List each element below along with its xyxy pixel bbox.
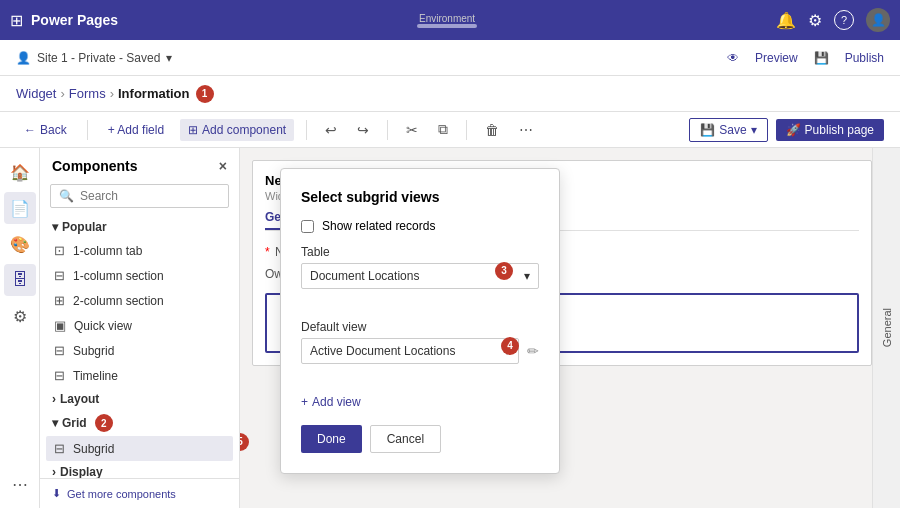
site-info: 👤 Site 1 - Private - Saved ▾ [16,51,172,65]
list-item-subgrid[interactable]: ⊟ Subgrid [46,436,233,461]
save-button[interactable]: 💾 Save ▾ [689,118,767,142]
sidebar-item-home[interactable]: 🏠 [4,156,36,188]
redo-button[interactable]: ↪ [351,118,375,142]
left-sidebar: 🏠 📄 🎨 🗄 ⚙ ⋯ [0,148,40,508]
section-grid[interactable]: ▾ Grid 2 [46,410,233,436]
undo-button[interactable]: ↩ [319,118,343,142]
done-button[interactable]: Done [301,425,362,453]
add-view-button[interactable]: + Add view [301,395,539,409]
add-component-icon: ⊞ [188,123,198,137]
section2-icon: ⊞ [54,293,65,308]
breadcrumb-widget[interactable]: Widget [16,86,56,101]
search-input[interactable] [80,189,220,203]
preview-button[interactable]: Preview [755,51,798,65]
toolbar-right: 💾 Save ▾ 🚀 Publish page [689,118,884,142]
get-more-components[interactable]: ⬇ Get more components [40,478,239,508]
cancel-button[interactable]: Cancel [370,425,441,453]
list-item[interactable]: ⊞ 2-column section [46,288,233,313]
sidebar-item-pages[interactable]: 📄 [4,192,36,224]
sidebar-item-data[interactable]: 🗄 [4,264,36,296]
section-display[interactable]: › Display [46,461,233,478]
select-dropdown-icon: ▾ [524,269,530,283]
breadcrumb-forms[interactable]: Forms [69,86,106,101]
sidebar-item-more[interactable]: ⋯ [4,468,36,500]
show-related-row: Show related records [301,219,539,233]
list-item[interactable]: ⊟ Subgrid [46,338,233,363]
section-popular[interactable]: ▾ Popular [46,216,233,238]
more-button[interactable]: ⋯ [513,118,539,142]
back-button[interactable]: ← Back [16,119,75,141]
top-actions: 👁 Preview 💾 Publish [727,51,884,65]
right-sidebar[interactable]: General [872,148,900,508]
help-icon[interactable]: ? [834,10,854,30]
main-layout: 🏠 📄 🎨 🗄 ⚙ ⋯ Components × 🔍 ▾ Popular ⊡ 1… [0,148,900,508]
list-item[interactable]: ▣ Quick view [46,313,233,338]
breadcrumb-sep-1: › [60,86,64,101]
badge-4: 4 [501,337,519,355]
copy-button[interactable]: ⧉ [432,117,454,142]
edit-icon[interactable]: ✏ [527,343,539,359]
breadcrumb: Widget › Forms › Information 1 [0,76,900,112]
panel-title: Components [52,158,138,174]
top-bar: ⊞ Power Pages Environment 🔔 ⚙ ? 👤 [0,0,900,40]
close-icon[interactable]: × [219,158,227,174]
list-item[interactable]: ⊟ 1-column section [46,263,233,288]
toolbar-sep-2 [306,120,307,140]
list-item[interactable]: ⊡ 1-column tab [46,238,233,263]
dialog-footer: Done Cancel 5 [301,425,539,453]
subgrid-icon: ⊟ [54,343,65,358]
section1-icon: ⊟ [54,268,65,283]
breadcrumb-sep-2: › [110,86,114,101]
delete-button[interactable]: 🗑 [479,118,505,142]
site-dropdown-icon[interactable]: ▾ [166,51,172,65]
person-icon: 👤 [16,51,31,65]
chevron-popular: ▾ [52,220,58,234]
save-icon: 💾 [814,51,829,65]
add-field-button[interactable]: + Add field [100,119,172,141]
show-related-checkbox[interactable] [301,220,314,233]
env-section: Environment [417,13,477,28]
second-bar: 👤 Site 1 - Private - Saved ▾ 👁 Preview 💾… [0,40,900,76]
badge-1: 1 [196,85,214,103]
panel-list: ▾ Popular ⊡ 1-column tab ⊟ 1-column sect… [40,216,239,478]
site-label: Site 1 - Private - Saved [37,51,160,65]
avatar[interactable]: 👤 [866,8,890,32]
panel-search[interactable]: 🔍 [50,184,229,208]
sidebar-item-setup[interactable]: ⚙ [4,300,36,332]
publish-icon: 🚀 [786,123,801,137]
bell-icon[interactable]: 🔔 [776,11,796,30]
add-view-plus-icon: + [301,395,308,409]
dialog-overlay: Select subgrid views Show related record… [240,148,872,508]
back-arrow-icon: ← [24,123,36,137]
canvas-area: New Widget Widget General Related ▾ * Na… [240,148,872,508]
chevron-display: › [52,465,56,478]
gear-icon[interactable]: ⚙ [808,11,822,30]
search-icon: 🔍 [59,189,74,203]
sidebar-item-styling[interactable]: 🎨 [4,228,36,260]
section-layout[interactable]: › Layout [46,388,233,410]
panel-header: Components × [40,148,239,180]
preview-icon: 👁 [727,51,739,65]
chevron-layout: › [52,392,56,406]
save-dropdown-icon[interactable]: ▾ [751,123,757,137]
add-component-button[interactable]: ⊞ Add component [180,119,294,141]
subgrid-dialog: Select subgrid views Show related record… [280,168,560,474]
apps-icon[interactable]: ⊞ [10,11,23,30]
timeline-icon: ⊟ [54,368,65,383]
quickview-icon: ▣ [54,318,66,333]
toolbar-sep-4 [466,120,467,140]
publish-button[interactable]: 🚀 Publish page [776,119,884,141]
show-related-label: Show related records [322,219,435,233]
dialog-title: Select subgrid views [301,189,539,205]
badge-3: 3 [495,262,513,280]
default-view-label: Default view [301,320,539,334]
table-row: Table Document Locations ▾ 3 [301,245,539,308]
app-title: Power Pages [31,12,118,28]
default-view-select[interactable]: Active Document Locations ▾ [301,338,519,364]
publish-button[interactable]: Publish [845,51,884,65]
env-bar [417,24,477,28]
cut-button[interactable]: ✂ [400,118,424,142]
general-sidebar-icon: General [881,308,893,347]
subgrid2-icon: ⊟ [54,441,65,456]
list-item[interactable]: ⊟ Timeline [46,363,233,388]
